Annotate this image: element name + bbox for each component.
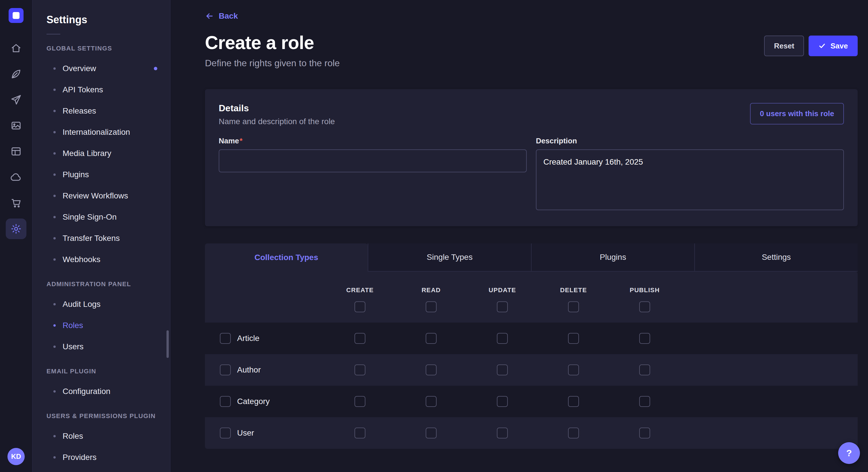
bullet-icon	[53, 237, 56, 239]
article-delete-checkbox[interactable]	[568, 333, 579, 344]
subnav-item-review-workflows[interactable]: Review Workflows	[33, 185, 170, 206]
select-row-category-checkbox[interactable]	[220, 396, 231, 407]
subnav-item-overview[interactable]: Overview	[33, 58, 170, 79]
permission-cell	[396, 333, 467, 344]
users-with-role-button[interactable]: 0 users with this role	[750, 103, 844, 125]
releases-icon[interactable]	[6, 90, 26, 110]
category-delete-checkbox[interactable]	[568, 396, 579, 407]
column-header-label: CREATE	[346, 286, 373, 294]
subnav-item-internationalization[interactable]: Internationalization	[33, 122, 170, 143]
subnav-item-single-sign-on[interactable]: Single Sign-On	[33, 206, 170, 228]
bullet-icon	[53, 345, 56, 348]
subnav-item-configuration[interactable]: Configuration	[33, 381, 170, 402]
select-row-user-checkbox[interactable]	[220, 428, 231, 438]
permission-cell	[396, 428, 467, 438]
user-delete-checkbox[interactable]	[568, 428, 579, 438]
deploy-icon[interactable]	[6, 167, 26, 188]
bullet-icon	[53, 89, 56, 91]
permission-column-update: UPDATE	[467, 286, 538, 312]
permissions-header-row: CREATEREADUPDATEDELETEPUBLISH	[205, 272, 858, 323]
author-create-checkbox[interactable]	[354, 365, 365, 375]
permission-cell	[538, 396, 609, 407]
subnav-scrollbar-thumb[interactable]	[166, 330, 169, 358]
row-name-cell: User	[205, 428, 324, 438]
select-all-update-checkbox[interactable]	[497, 301, 508, 312]
subnav-item-webhooks[interactable]: Webhooks	[33, 249, 170, 270]
media-library-icon[interactable]	[6, 115, 26, 136]
select-row-article-checkbox[interactable]	[220, 333, 231, 344]
subnav-item-roles[interactable]: Roles	[33, 426, 170, 447]
select-all-create-checkbox[interactable]	[354, 301, 365, 312]
column-header-label: DELETE	[560, 286, 587, 294]
table-row-article: Article	[205, 323, 858, 354]
article-create-checkbox[interactable]	[354, 333, 365, 344]
help-button[interactable]: ?	[838, 442, 860, 464]
user-publish-checkbox[interactable]	[639, 428, 650, 438]
header-actions: Reset Save	[764, 36, 858, 56]
subnav-section-label: GLOBAL SETTINGS	[33, 45, 170, 52]
content-manager-icon[interactable]	[6, 64, 26, 84]
notification-dot-icon	[154, 67, 157, 70]
description-textarea[interactable]: Created January 16th, 2025	[536, 149, 844, 210]
strapi-logo[interactable]	[9, 8, 24, 23]
subnav-item-transfer-tokens[interactable]: Transfer Tokens	[33, 228, 170, 249]
subnav-item-users[interactable]: Users	[33, 336, 170, 357]
user-create-checkbox[interactable]	[354, 428, 365, 438]
settings-icon[interactable]	[6, 218, 26, 239]
article-update-checkbox[interactable]	[497, 333, 508, 344]
tab-settings[interactable]: Settings	[694, 243, 858, 272]
bullet-icon	[53, 110, 56, 112]
bullet-icon	[53, 456, 56, 459]
row-name-cell: Author	[205, 365, 324, 375]
name-input[interactable]	[219, 149, 527, 172]
column-header-label: READ	[422, 286, 441, 294]
subnav-header: Settings	[33, 0, 170, 34]
save-button[interactable]: Save	[809, 36, 858, 56]
author-update-checkbox[interactable]	[497, 365, 508, 375]
author-publish-checkbox[interactable]	[639, 365, 650, 375]
select-all-delete-checkbox[interactable]	[568, 301, 579, 312]
check-icon	[818, 42, 826, 49]
content-type-builder-icon[interactable]	[6, 141, 26, 162]
tab-collection-types[interactable]: Collection Types	[205, 243, 368, 272]
bullet-icon	[53, 173, 56, 176]
category-publish-checkbox[interactable]	[639, 396, 650, 407]
settings-subnav: Settings GLOBAL SETTINGSOverviewAPI Toke…	[33, 0, 170, 472]
article-read-checkbox[interactable]	[426, 333, 437, 344]
row-label: Author	[237, 365, 261, 374]
back-link[interactable]: Back	[205, 11, 238, 21]
tab-plugins[interactable]: Plugins	[531, 243, 694, 272]
subnav-item-roles[interactable]: Roles	[33, 315, 170, 336]
tab-single-types[interactable]: Single Types	[368, 243, 531, 272]
tab-label: Single Types	[427, 252, 473, 262]
main-nav-rail: KD	[0, 0, 33, 472]
user-read-checkbox[interactable]	[426, 428, 437, 438]
category-read-checkbox[interactable]	[426, 396, 437, 407]
subnav-item-providers[interactable]: Providers	[33, 447, 170, 468]
permission-cell	[324, 428, 396, 438]
article-publish-checkbox[interactable]	[639, 333, 650, 344]
table-row-user: User	[205, 417, 858, 449]
subnav-item-media-library[interactable]: Media Library	[33, 143, 170, 164]
author-delete-checkbox[interactable]	[568, 365, 579, 375]
select-row-author-checkbox[interactable]	[220, 365, 231, 375]
author-read-checkbox[interactable]	[426, 365, 437, 375]
subnav-item-releases[interactable]: Releases	[33, 100, 170, 122]
row-label: Category	[237, 397, 270, 406]
subnav-item-audit-logs[interactable]: Audit Logs	[33, 294, 170, 315]
select-all-read-checkbox[interactable]	[426, 301, 437, 312]
marketplace-icon[interactable]	[6, 193, 26, 213]
divider	[46, 34, 60, 34]
subnav-item-label: Media Library	[63, 149, 112, 158]
reset-button[interactable]: Reset	[764, 36, 804, 56]
user-update-checkbox[interactable]	[497, 428, 508, 438]
category-update-checkbox[interactable]	[497, 396, 508, 407]
home-icon[interactable]	[6, 38, 26, 59]
bullet-icon	[53, 303, 56, 305]
select-all-publish-checkbox[interactable]	[639, 301, 650, 312]
category-create-checkbox[interactable]	[354, 396, 365, 407]
subnav-item-plugins[interactable]: Plugins	[33, 164, 170, 185]
user-avatar[interactable]: KD	[7, 448, 25, 465]
subnav-item-api-tokens[interactable]: API Tokens	[33, 79, 170, 100]
subnav-section-label: EMAIL PLUGIN	[33, 368, 170, 375]
